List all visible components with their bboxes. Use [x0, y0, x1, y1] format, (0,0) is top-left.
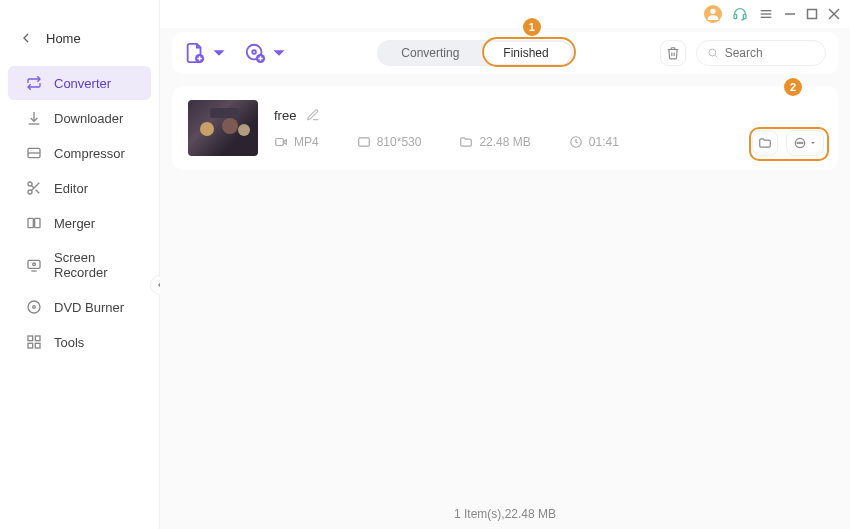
- toolbar: Converting Finished 1: [172, 32, 838, 74]
- sidebar-item-screen-recorder[interactable]: Screen Recorder: [8, 241, 151, 289]
- hamburger-menu-icon[interactable]: [758, 6, 774, 22]
- add-disc-button[interactable]: [244, 42, 290, 64]
- svg-rect-24: [28, 336, 33, 341]
- svg-rect-18: [35, 218, 40, 227]
- svg-rect-19: [28, 260, 40, 268]
- file-row: free MP4 810*530 22.48 MB: [172, 86, 838, 170]
- sidebar-item-label: Editor: [54, 181, 88, 196]
- meta-format-value: MP4: [294, 135, 319, 149]
- sidebar-home-label: Home: [46, 31, 81, 46]
- more-icon: [793, 136, 807, 150]
- svg-marker-31: [214, 50, 225, 56]
- file-thumbnail[interactable]: [188, 100, 258, 156]
- chevron-down-icon: [208, 42, 230, 64]
- svg-marker-48: [811, 142, 815, 144]
- svg-rect-2: [743, 15, 746, 19]
- meta-resolution-value: 810*530: [377, 135, 422, 149]
- status-bar: 1 Item(s),22.48 MB: [172, 499, 838, 529]
- sidebar-item-label: DVD Burner: [54, 300, 124, 315]
- scissors-icon: [26, 180, 42, 196]
- svg-rect-42: [358, 137, 369, 145]
- svg-point-13: [28, 190, 32, 194]
- seg-finished[interactable]: Finished: [481, 42, 570, 64]
- minimize-button[interactable]: [784, 8, 796, 20]
- svg-rect-1: [734, 15, 737, 19]
- meta-row: MP4 810*530 22.48 MB 01:41: [274, 135, 822, 149]
- grid-icon: [26, 334, 42, 350]
- sidebar-item-dvd-burner[interactable]: DVD Burner: [8, 290, 151, 324]
- delete-button[interactable]: [660, 40, 686, 66]
- chevron-down-icon: [809, 139, 817, 147]
- svg-point-23: [33, 306, 36, 309]
- svg-rect-40: [276, 138, 284, 145]
- sidebar-item-editor[interactable]: Editor: [8, 171, 151, 205]
- sidebar-item-merger[interactable]: Merger: [8, 206, 151, 240]
- trash-icon: [666, 46, 680, 60]
- search-box[interactable]: [696, 40, 826, 66]
- file-info: free MP4 810*530 22.48 MB: [274, 108, 822, 149]
- meta-format: MP4: [274, 135, 319, 149]
- svg-rect-25: [35, 336, 40, 341]
- search-input[interactable]: [725, 46, 815, 60]
- sidebar-home[interactable]: Home: [0, 20, 159, 56]
- file-plus-icon: [184, 42, 206, 64]
- meta-duration-value: 01:41: [589, 135, 619, 149]
- sidebar-item-label: Screen Recorder: [54, 250, 133, 280]
- meta-size-value: 22.48 MB: [479, 135, 530, 149]
- sidebar-item-compressor[interactable]: Compressor: [8, 136, 151, 170]
- svg-rect-7: [808, 10, 817, 19]
- svg-point-22: [28, 301, 40, 313]
- video-icon: [274, 135, 288, 149]
- close-button[interactable]: [828, 8, 840, 20]
- svg-point-38: [709, 49, 716, 56]
- svg-point-33: [252, 50, 256, 54]
- headset-icon[interactable]: [732, 6, 748, 22]
- rename-button[interactable]: [306, 108, 320, 122]
- status-segmented-control: Converting Finished 1: [377, 40, 572, 66]
- chevron-down-icon: [268, 42, 290, 64]
- svg-point-45: [797, 142, 798, 143]
- sidebar-item-label: Compressor: [54, 146, 125, 161]
- file-actions: [752, 130, 824, 156]
- disc-plus-icon: [244, 42, 266, 64]
- svg-point-12: [28, 182, 32, 186]
- search-icon: [707, 46, 719, 60]
- sidebar-item-downloader[interactable]: Downloader: [8, 101, 151, 135]
- open-folder-button[interactable]: [752, 130, 778, 156]
- sidebar-item-label: Converter: [54, 76, 111, 91]
- sidebar-item-tools[interactable]: Tools: [8, 325, 151, 359]
- sidebar-item-converter[interactable]: Converter: [8, 66, 151, 100]
- svg-line-39: [715, 55, 717, 57]
- seg-converting[interactable]: Converting: [379, 42, 481, 64]
- toolbar-right: [660, 40, 826, 66]
- svg-rect-27: [35, 343, 40, 348]
- svg-point-20: [33, 263, 36, 266]
- resolution-icon: [357, 135, 371, 149]
- edit-icon: [306, 108, 320, 122]
- converter-icon: [26, 75, 42, 91]
- add-file-button[interactable]: [184, 42, 230, 64]
- meta-duration: 01:41: [569, 135, 619, 149]
- svg-rect-17: [28, 218, 33, 227]
- callout-badge-2: 2: [784, 78, 802, 96]
- recorder-icon: [26, 257, 42, 273]
- folder-icon: [459, 135, 473, 149]
- meta-resolution: 810*530: [357, 135, 422, 149]
- folder-open-icon: [758, 136, 772, 150]
- compressor-icon: [26, 145, 42, 161]
- more-actions-button[interactable]: [786, 130, 824, 156]
- download-icon: [26, 110, 42, 126]
- clock-icon: [569, 135, 583, 149]
- svg-point-0: [710, 9, 715, 14]
- svg-marker-37: [274, 50, 285, 56]
- merger-icon: [26, 215, 42, 231]
- maximize-button[interactable]: [806, 8, 818, 20]
- user-avatar-icon[interactable]: [704, 5, 722, 23]
- status-summary: 1 Item(s),22.48 MB: [454, 507, 556, 521]
- svg-line-15: [36, 190, 40, 194]
- sidebar-item-label: Downloader: [54, 111, 123, 126]
- svg-rect-26: [28, 343, 33, 348]
- disc-icon: [26, 299, 42, 315]
- meta-size: 22.48 MB: [459, 135, 530, 149]
- svg-point-46: [799, 142, 800, 143]
